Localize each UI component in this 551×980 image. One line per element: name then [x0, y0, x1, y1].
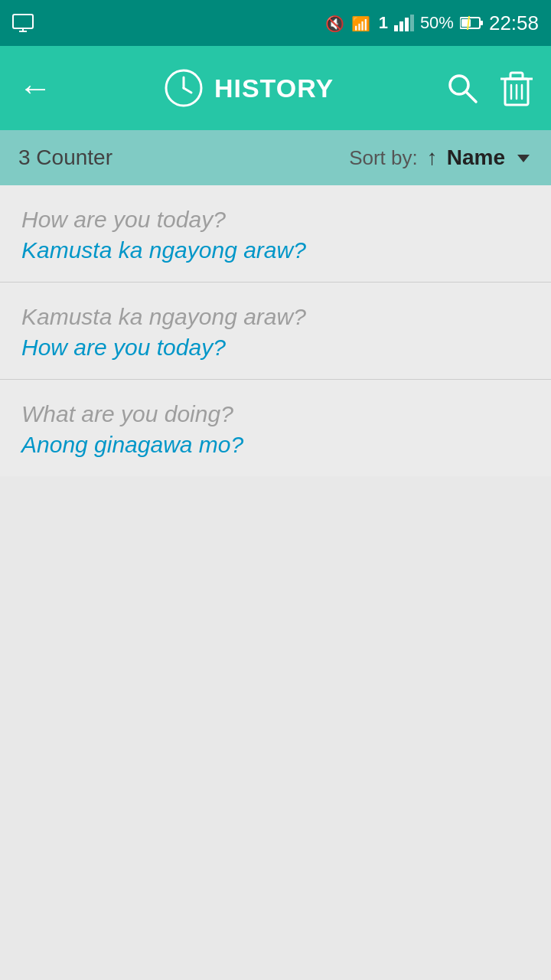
item-secondary-text: Kamusta ka ngayong araw? — [21, 237, 530, 263]
svg-rect-0 — [13, 15, 33, 28]
search-icon[interactable] — [445, 71, 479, 105]
wifi-icon: 📶 — [351, 15, 373, 31]
sort-field-label: Name — [447, 145, 505, 170]
item-primary-text: What are you doing? — [21, 401, 530, 427]
svg-rect-21 — [510, 73, 523, 79]
toolbar-actions — [445, 70, 533, 106]
svg-text:🔇: 🔇 — [325, 15, 344, 32]
svg-marker-25 — [517, 155, 530, 162]
svg-line-18 — [466, 92, 476, 102]
item-secondary-text: How are you today? — [21, 335, 530, 361]
svg-rect-11 — [480, 21, 483, 25]
toolbar-title: HISTORY — [214, 74, 334, 103]
svg-line-16 — [184, 88, 191, 93]
counter-label: 3 Counter — [18, 145, 112, 170]
svg-rect-9 — [410, 15, 414, 31]
status-time: 22:58 — [489, 11, 539, 35]
list-item[interactable]: Kamusta ka ngayong araw?How are you toda… — [0, 283, 551, 380]
svg-rect-6 — [394, 25, 398, 31]
svg-rect-7 — [399, 21, 403, 31]
history-clock-icon — [164, 68, 204, 108]
sort-bar-right: Sort by: ↑ Name — [349, 145, 533, 170]
sim-icon: 1 — [379, 13, 388, 33]
item-primary-text: Kamusta ka ngayong araw? — [21, 304, 530, 330]
battery-icon — [460, 16, 483, 30]
sort-dropdown-icon[interactable] — [514, 149, 533, 167]
sort-bar: 3 Counter Sort by: ↑ Name — [0, 130, 551, 185]
battery-percent: 50% — [420, 13, 454, 33]
item-secondary-text: Anong ginagawa mo? — [21, 432, 530, 458]
svg-rect-8 — [405, 18, 409, 31]
status-right: 🔇 📶 1 50% 22:58 — [325, 11, 539, 35]
sort-direction-icon: ↑ — [427, 145, 438, 170]
history-list: How are you today?Kamusta ka ngayong ara… — [0, 185, 551, 476]
toolbar-title-group: HISTORY — [164, 68, 334, 108]
mute-icon: 🔇 — [325, 14, 345, 32]
sort-by-label: Sort by: — [349, 146, 418, 170]
delete-icon[interactable] — [500, 70, 533, 106]
screen-icon — [12, 14, 34, 32]
toolbar: ← HISTORY — [0, 46, 551, 130]
signal-icon — [394, 15, 414, 31]
status-left — [12, 14, 34, 32]
list-item[interactable]: How are you today?Kamusta ka ngayong ara… — [0, 185, 551, 283]
item-primary-text: How are you today? — [21, 207, 530, 233]
back-button[interactable]: ← — [18, 69, 52, 107]
status-bar: 🔇 📶 1 50% 22:58 — [0, 0, 551, 46]
svg-text:📶: 📶 — [351, 15, 370, 31]
list-item[interactable]: What are you doing?Anong ginagawa mo? — [0, 380, 551, 476]
